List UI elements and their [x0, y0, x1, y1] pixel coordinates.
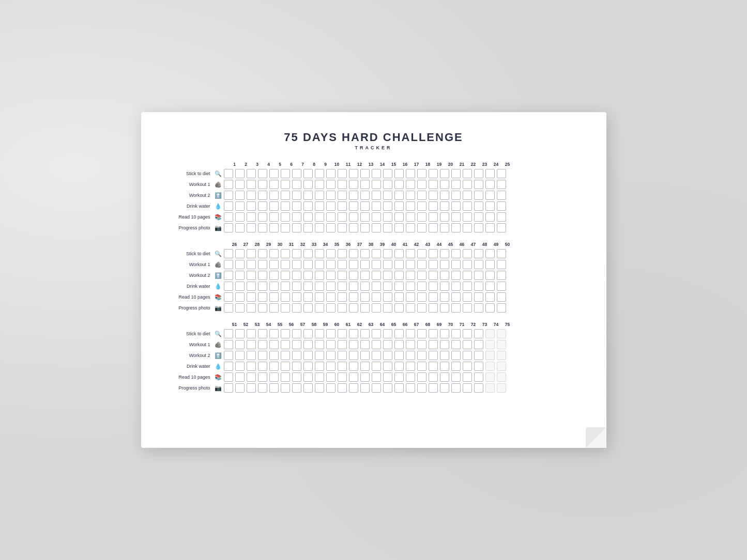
checkbox-day-1-row-3[interactable] — [224, 191, 233, 200]
checkbox-day-41-row-3[interactable] — [394, 271, 404, 280]
checkbox-day-57-row-3[interactable] — [292, 351, 301, 360]
checkbox-day-20-row-1[interactable] — [440, 169, 449, 178]
checkbox-day-68-row-6[interactable] — [417, 383, 426, 393]
checkbox-day-58-row-3[interactable] — [303, 351, 313, 360]
checkbox-day-31-row-2[interactable] — [281, 260, 290, 269]
checkbox-day-48-row-2[interactable] — [474, 260, 483, 269]
checkbox-day-61-row-4[interactable] — [338, 362, 347, 371]
checkbox-day-42-row-5[interactable] — [406, 292, 415, 302]
checkbox-day-68-row-4[interactable] — [417, 362, 426, 371]
checkbox-day-74-row-3[interactable] — [485, 351, 495, 360]
checkbox-day-26-row-4[interactable] — [224, 282, 233, 291]
checkbox-day-71-row-2[interactable] — [451, 340, 461, 349]
checkbox-day-9-row-5[interactable] — [315, 212, 324, 222]
checkbox-day-72-row-4[interactable] — [463, 362, 472, 371]
checkbox-day-60-row-4[interactable] — [326, 362, 336, 371]
checkbox-day-8-row-4[interactable] — [303, 201, 313, 211]
checkbox-day-34-row-4[interactable] — [315, 282, 324, 291]
checkbox-day-66-row-5[interactable] — [394, 372, 404, 382]
checkbox-day-21-row-1[interactable] — [451, 169, 461, 178]
checkbox-day-28-row-1[interactable] — [247, 249, 256, 258]
checkbox-day-54-row-4[interactable] — [258, 362, 267, 371]
checkbox-day-47-row-6[interactable] — [463, 303, 472, 313]
checkbox-day-4-row-2[interactable] — [258, 180, 267, 189]
checkbox-day-53-row-2[interactable] — [247, 340, 256, 349]
checkbox-day-56-row-3[interactable] — [281, 351, 290, 360]
checkbox-day-52-row-6[interactable] — [235, 383, 245, 393]
checkbox-day-42-row-6[interactable] — [406, 303, 415, 313]
checkbox-day-54-row-6[interactable] — [258, 383, 267, 393]
checkbox-day-12-row-2[interactable] — [349, 180, 358, 189]
checkbox-day-29-row-6[interactable] — [258, 303, 267, 313]
checkbox-day-33-row-3[interactable] — [303, 271, 313, 280]
checkbox-day-51-row-4[interactable] — [224, 362, 233, 371]
checkbox-day-71-row-5[interactable] — [451, 372, 461, 382]
checkbox-day-58-row-1[interactable] — [303, 329, 313, 338]
checkbox-day-40-row-2[interactable] — [383, 260, 392, 269]
checkbox-day-73-row-4[interactable] — [474, 362, 483, 371]
checkbox-day-68-row-3[interactable] — [417, 351, 426, 360]
checkbox-day-2-row-3[interactable] — [235, 191, 245, 200]
checkbox-day-5-row-5[interactable] — [269, 212, 279, 222]
checkbox-day-66-row-4[interactable] — [394, 362, 404, 371]
checkbox-day-7-row-6[interactable] — [292, 223, 301, 232]
checkbox-day-21-row-3[interactable] — [451, 191, 461, 200]
checkbox-day-4-row-1[interactable] — [258, 169, 267, 178]
checkbox-day-20-row-2[interactable] — [440, 180, 449, 189]
checkbox-day-8-row-5[interactable] — [303, 212, 313, 222]
checkbox-day-14-row-3[interactable] — [372, 191, 381, 200]
checkbox-day-33-row-1[interactable] — [303, 249, 313, 258]
checkbox-day-63-row-3[interactable] — [360, 351, 370, 360]
checkbox-day-47-row-4[interactable] — [463, 282, 472, 291]
checkbox-day-15-row-1[interactable] — [383, 169, 392, 178]
checkbox-day-49-row-5[interactable] — [485, 292, 495, 302]
checkbox-day-38-row-5[interactable] — [360, 292, 370, 302]
checkbox-day-2-row-5[interactable] — [235, 212, 245, 222]
checkbox-day-10-row-2[interactable] — [326, 180, 336, 189]
checkbox-day-63-row-5[interactable] — [360, 372, 370, 382]
checkbox-day-13-row-4[interactable] — [360, 201, 370, 211]
checkbox-day-21-row-2[interactable] — [451, 180, 461, 189]
checkbox-day-34-row-1[interactable] — [315, 249, 324, 258]
checkbox-day-30-row-3[interactable] — [269, 271, 279, 280]
checkbox-day-31-row-4[interactable] — [281, 282, 290, 291]
checkbox-day-68-row-5[interactable] — [417, 372, 426, 382]
checkbox-day-5-row-1[interactable] — [269, 169, 279, 178]
checkbox-day-71-row-6[interactable] — [451, 383, 461, 393]
checkbox-day-2-row-6[interactable] — [235, 223, 245, 232]
checkbox-day-14-row-1[interactable] — [372, 169, 381, 178]
checkbox-day-66-row-3[interactable] — [394, 351, 404, 360]
checkbox-day-73-row-2[interactable] — [474, 340, 483, 349]
checkbox-day-9-row-4[interactable] — [315, 201, 324, 211]
checkbox-day-61-row-6[interactable] — [338, 383, 347, 393]
checkbox-day-53-row-3[interactable] — [247, 351, 256, 360]
checkbox-day-62-row-3[interactable] — [349, 351, 358, 360]
checkbox-day-16-row-4[interactable] — [394, 201, 404, 211]
checkbox-day-53-row-6[interactable] — [247, 383, 256, 393]
checkbox-day-10-row-3[interactable] — [326, 191, 336, 200]
checkbox-day-28-row-3[interactable] — [247, 271, 256, 280]
checkbox-day-9-row-6[interactable] — [315, 223, 324, 232]
checkbox-day-41-row-6[interactable] — [394, 303, 404, 313]
checkbox-day-21-row-5[interactable] — [451, 212, 461, 222]
checkbox-day-45-row-1[interactable] — [440, 249, 449, 258]
checkbox-day-37-row-5[interactable] — [349, 292, 358, 302]
checkbox-day-68-row-1[interactable] — [417, 329, 426, 338]
checkbox-day-52-row-1[interactable] — [235, 329, 245, 338]
checkbox-day-56-row-6[interactable] — [281, 383, 290, 393]
checkbox-day-50-row-3[interactable] — [497, 271, 506, 280]
checkbox-day-57-row-6[interactable] — [292, 383, 301, 393]
checkbox-day-40-row-4[interactable] — [383, 282, 392, 291]
checkbox-day-23-row-1[interactable] — [474, 169, 483, 178]
checkbox-day-48-row-6[interactable] — [474, 303, 483, 313]
checkbox-day-18-row-6[interactable] — [417, 223, 426, 232]
checkbox-day-56-row-2[interactable] — [281, 340, 290, 349]
checkbox-day-23-row-2[interactable] — [474, 180, 483, 189]
checkbox-day-69-row-6[interactable] — [429, 383, 438, 393]
checkbox-day-24-row-5[interactable] — [485, 212, 495, 222]
checkbox-day-33-row-2[interactable] — [303, 260, 313, 269]
checkbox-day-52-row-5[interactable] — [235, 372, 245, 382]
checkbox-day-39-row-6[interactable] — [372, 303, 381, 313]
checkbox-day-55-row-6[interactable] — [269, 383, 279, 393]
checkbox-day-25-row-5[interactable] — [497, 212, 506, 222]
